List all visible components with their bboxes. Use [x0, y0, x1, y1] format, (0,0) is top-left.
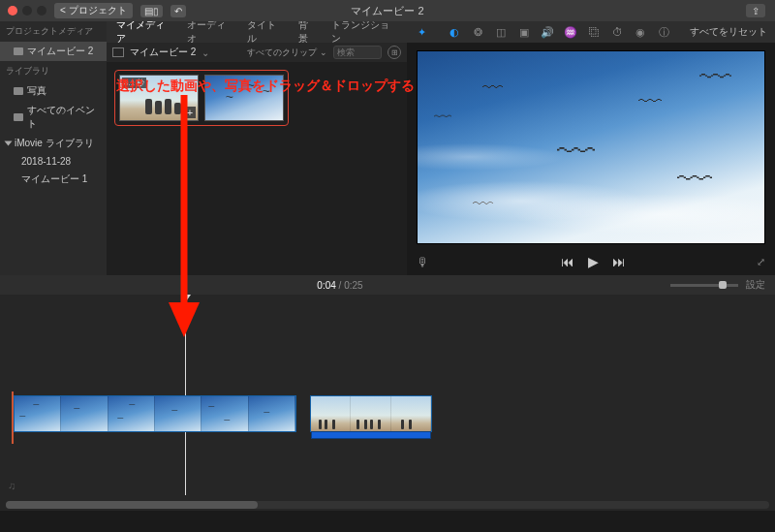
tab-audio[interactable]: オーディオ: [187, 18, 234, 46]
preview-viewer: 〰 〰 〰 〰 〰 〰 〰: [407, 43, 775, 248]
horizontal-scrollbar[interactable]: [6, 501, 769, 509]
tab-my-media[interactable]: マイメディア: [116, 18, 173, 46]
clip-filter-dropdown[interactable]: すべてのクリップ ⌄: [247, 47, 327, 59]
breadcrumb[interactable]: マイムービー 2: [130, 46, 196, 59]
sidebar-item-label: iMovie ライブラリ: [15, 137, 94, 150]
sidebar-item-event-date[interactable]: 2018-11-28: [0, 153, 107, 170]
search-input[interactable]: [333, 46, 382, 59]
color-balance-icon[interactable]: ◐: [448, 26, 461, 39]
grid-icon: ⊞: [391, 48, 398, 57]
sidebar-section-library: ライブラリ: [0, 61, 107, 81]
stabilize-icon[interactable]: ▣: [517, 26, 531, 39]
zoom-window-button[interactable]: [37, 6, 46, 16]
noise-reduction-icon[interactable]: ♒: [564, 26, 577, 39]
chevron-down-icon: ⌄: [320, 47, 327, 57]
add-to-timeline-button[interactable]: +: [184, 107, 196, 118]
timecode-total: 0:25: [344, 280, 362, 291]
sidebar-item-label: すべてのイベント: [27, 104, 101, 131]
sidebar-item-label: 2018-11-28: [21, 156, 71, 167]
playback-controls: 🎙 ⏮ ▶ ⏭ ⤢: [407, 248, 775, 275]
tab-title[interactable]: タイトル: [247, 18, 285, 46]
inspector-toolbar: ✦ ◐ ❂ ◫ ▣ 🔊 ♒ ⿻ ⏱ ◉ ⓘ すべてをリセット: [407, 21, 775, 43]
color-correction-icon[interactable]: ❂: [471, 26, 484, 39]
appearance-options-button[interactable]: ⊞: [388, 46, 401, 59]
browser-header: マイムービー 2 ⌄ すべてのクリップ ⌄ ⊞: [107, 43, 407, 62]
sidebar-section-project-media: プロジェクトメディア: [0, 21, 107, 42]
sidebar-item-project[interactable]: マイムービー 2: [0, 42, 107, 61]
fullscreen-button[interactable]: ⤢: [757, 256, 765, 268]
disclosure-triangle-icon[interactable]: [5, 141, 13, 146]
timeline-clip[interactable]: [310, 395, 432, 432]
chevron-down-icon: ⌄: [202, 47, 209, 58]
annotation-text: 選択した動画や、写真をドラッグ＆ドロップする: [116, 78, 415, 95]
speed-icon[interactable]: ⏱: [610, 26, 624, 38]
timeline-settings-button[interactable]: 設定: [746, 278, 765, 292]
volume-icon[interactable]: 🔊: [541, 26, 554, 39]
timeline-header: 0:04 / 0:25 設定: [0, 275, 775, 295]
sidebar-item-imovie-library[interactable]: iMovie ライブラリ: [0, 134, 107, 153]
sidebar-toggle-button[interactable]: [112, 47, 124, 57]
timeline[interactable]: ~~ ~ ~~ ~ ~~ ~ ♫: [0, 295, 775, 511]
star-icon: [14, 113, 23, 121]
window-controls: [0, 6, 46, 16]
play-button[interactable]: ▶: [588, 254, 599, 269]
playhead-handle[interactable]: [181, 295, 191, 301]
info-icon[interactable]: ⓘ: [657, 25, 670, 40]
share-icon: ⇪: [752, 6, 760, 16]
library-sidebar: プロジェクトメディア マイムービー 2 ライブラリ 写真 すべてのイベント iM…: [0, 21, 107, 275]
minimize-window-button[interactable]: [22, 6, 32, 16]
reset-all-button[interactable]: すべてをリセット: [690, 25, 767, 39]
sidebar-item-all-events[interactable]: すべてのイベント: [0, 101, 107, 134]
enhance-wand-icon[interactable]: ✦: [415, 26, 428, 39]
window-title: マイムービー 2: [351, 4, 423, 18]
sidebar-item-photos[interactable]: 写真: [0, 81, 107, 101]
photo-icon: [14, 87, 23, 95]
voiceover-mic-button[interactable]: 🎙: [417, 255, 429, 269]
close-window-button[interactable]: [8, 6, 17, 16]
next-button[interactable]: ⏭: [612, 254, 626, 269]
zoom-slider[interactable]: [670, 284, 738, 287]
video-track[interactable]: ~~ ~ ~~ ~ ~~ ~: [14, 395, 432, 440]
tab-background[interactable]: 背景: [298, 18, 318, 46]
prev-button[interactable]: ⏮: [561, 254, 574, 269]
clapboard-icon: [14, 47, 23, 55]
sidebar-item-label: 写真: [27, 84, 46, 98]
back-to-projects-button[interactable]: < プロジェクト: [54, 3, 133, 18]
timeline-clip[interactable]: ~~ ~ ~~ ~ ~~ ~: [14, 395, 296, 432]
crop-icon[interactable]: ◫: [494, 26, 508, 39]
tab-transition[interactable]: トランジション: [331, 18, 397, 46]
preview-canvas[interactable]: 〰 〰 〰 〰 〰 〰 〰: [417, 50, 765, 244]
equalizer-icon[interactable]: ⿻: [587, 26, 601, 38]
audio-waveform-strip[interactable]: [311, 431, 431, 439]
titlebar: < プロジェクト ▤▯ ↶ マイムービー 2 ⇪: [0, 0, 775, 21]
audio-waveform-strip[interactable]: [15, 431, 295, 432]
layout-toggle-button[interactable]: ▤▯: [140, 5, 163, 17]
overlay-icon[interactable]: ◉: [634, 26, 647, 39]
timecode-current: 0:04: [317, 280, 335, 291]
sidebar-item-label: マイムービー 2: [27, 45, 93, 58]
sidebar-item-label: マイムービー 1: [21, 172, 87, 186]
share-button[interactable]: ⇪: [746, 4, 765, 17]
music-track-icon[interactable]: ♫: [8, 480, 16, 491]
sidebar-item-movie-1[interactable]: マイムービー 1: [0, 170, 107, 189]
undo-button[interactable]: ↶: [170, 5, 186, 17]
browser-tabs: マイメディア オーディオ タイトル 背景 トランジション: [107, 21, 407, 43]
